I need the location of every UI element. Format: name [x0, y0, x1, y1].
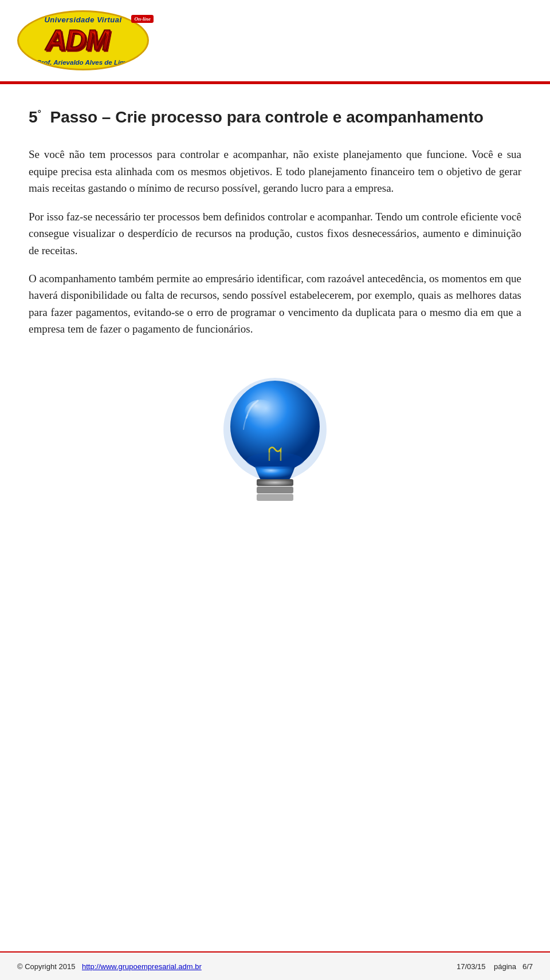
professor-label: Prof. Arievaldo Alves de Lima [37, 59, 129, 66]
svg-rect-4 [257, 479, 293, 486]
lightbulb-illustration [195, 361, 355, 521]
svg-rect-5 [257, 487, 293, 493]
header: Universidade Virtual ADM Prof. Arievaldo… [0, 0, 550, 73]
footer-right: 17/03/15 página 6/7 [457, 962, 533, 971]
footer: © Copyright 2015 http://www.grupoempresa… [0, 951, 550, 980]
copyright-text: © Copyright 2015 [17, 962, 75, 971]
illustration-area [29, 361, 521, 521]
footer-page-number: 6/7 [522, 962, 533, 971]
online-badge: On-line [131, 15, 154, 23]
adm-svg: ADM [43, 25, 123, 54]
footer-website[interactable]: http://www.grupoempresarial.adm.br [82, 962, 202, 971]
svg-point-3 [245, 400, 277, 425]
svg-rect-6 [257, 494, 293, 501]
logo-container: Universidade Virtual ADM Prof. Arievaldo… [17, 10, 149, 73]
adm-logo-text: ADM [43, 25, 123, 58]
footer-date: 17/03/15 [457, 962, 486, 971]
svg-point-7 [246, 452, 304, 469]
footer-left: © Copyright 2015 http://www.grupoempresa… [17, 962, 202, 971]
svg-text:ADM: ADM [45, 25, 111, 54]
footer-page-label: página [494, 962, 516, 971]
paragraph-2: Por isso faz-se necessário ter processos… [29, 208, 521, 259]
paragraph-3: O acompanhamento também permite ao empre… [29, 270, 521, 338]
main-content: 5° Passo – Crie processo para controle e… [0, 84, 550, 561]
superscript: ° [38, 109, 41, 118]
paragraph-1: Se você não tem processos para controlar… [29, 146, 521, 196]
logo-ellipse: Universidade Virtual ADM Prof. Arievaldo… [17, 10, 149, 70]
university-label: Universidade Virtual [44, 15, 121, 24]
page-title: 5° Passo – Crie processo para controle e… [29, 107, 521, 128]
